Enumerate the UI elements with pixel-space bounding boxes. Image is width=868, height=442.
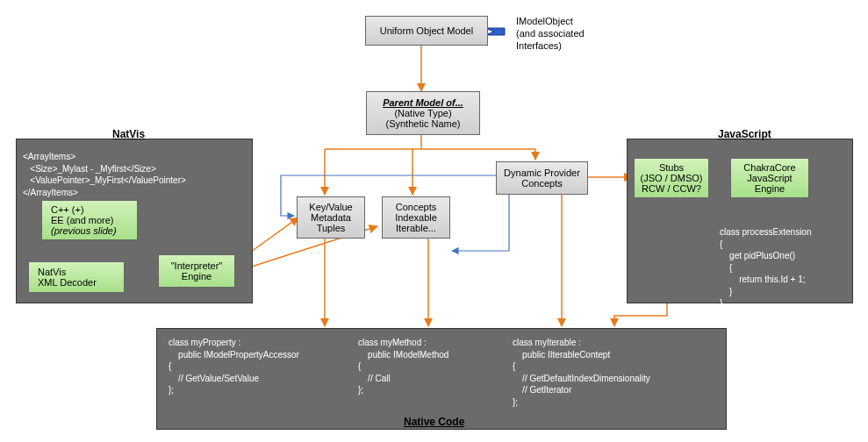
native-iter-snippet: class myIterable : public IIterableConte…	[513, 337, 650, 408]
kvm-line: Tuples	[317, 223, 346, 233]
stubs-line: RCW / CCW?	[642, 183, 701, 194]
native-code-title: Native Code	[404, 416, 464, 428]
concepts-line: Iterable...	[396, 223, 436, 233]
chakra-line: JavaScript	[747, 173, 792, 183]
natvis-title: NatVis	[112, 128, 145, 140]
concepts-box: Concepts Indexable Iterable...	[382, 196, 450, 239]
native-method-snippet: class myMethod : public IModelMethod { /…	[358, 337, 448, 396]
decoder-line: NatVis	[38, 267, 66, 277]
dynamic-provider-box: Dynamic Provider Concepts	[496, 161, 588, 195]
parent-model-title: Parent Model of...	[383, 97, 463, 108]
dynamic-provider-line: Concepts	[521, 178, 562, 189]
stubs-line: (JSO / DMSO)	[641, 173, 703, 183]
interpreter-line: "Interpreter"	[171, 260, 223, 271]
cpp-line: (previous slide)	[51, 225, 117, 236]
javascript-title: JavaScript	[718, 128, 771, 140]
imodelobject-note: IModelObject (and associated Interfaces)	[516, 16, 585, 52]
stubs-box: Stubs (JSO / DMSO) RCW / CCW?	[634, 158, 709, 198]
cpp-line: EE (and more)	[51, 215, 114, 225]
chakra-line: ChakraCore	[743, 162, 795, 173]
natvis-decoder-box: NatVis XML Decoder	[28, 261, 125, 293]
note-line: IModelObject	[516, 16, 585, 28]
dynamic-provider-line: Dynamic Provider	[504, 168, 580, 178]
cpp-line: C++ (+)	[51, 204, 84, 215]
kvm-line: Key/Value	[309, 202, 352, 212]
decoder-line: XML Decoder	[38, 277, 97, 288]
interpreter-line: Engine	[182, 271, 212, 282]
natvis-snippet: <ArrayItems> <Size>_Mylast - _Myfirst</S…	[23, 151, 186, 198]
chakra-line: Engine	[755, 183, 785, 194]
parent-model-sub: (Synthetic Name)	[386, 118, 461, 129]
parent-model-box: Parent Model of... (Native Type) (Synthe…	[366, 91, 480, 135]
uniform-object-model-box: Uniform Object Model	[365, 16, 488, 46]
concepts-line: Concepts	[396, 202, 436, 212]
concepts-line: Indexable	[395, 212, 437, 223]
chakracore-box: ChakraCore JavaScript Engine	[730, 158, 809, 198]
interpreter-box: "Interpreter" Engine	[158, 254, 235, 288]
note-line: Interfaces)	[516, 40, 585, 53]
stubs-line: Stubs	[659, 162, 684, 173]
note-line: (and associated	[516, 28, 585, 40]
kvm-line: Metadata	[311, 212, 351, 223]
native-prop-snippet: class myProperty : public IModelProperty…	[169, 337, 299, 396]
key-value-metadata-box: Key/Value Metadata Tuples	[297, 196, 365, 239]
cpp-ee-box: C++ (+) EE (and more) (previous slide)	[41, 200, 138, 240]
javascript-snippet: class processExtension { get pidPlusOne(…	[720, 226, 812, 310]
uniform-object-model-label: Uniform Object Model	[380, 25, 473, 36]
parent-model-sub: (Native Type)	[394, 108, 451, 118]
